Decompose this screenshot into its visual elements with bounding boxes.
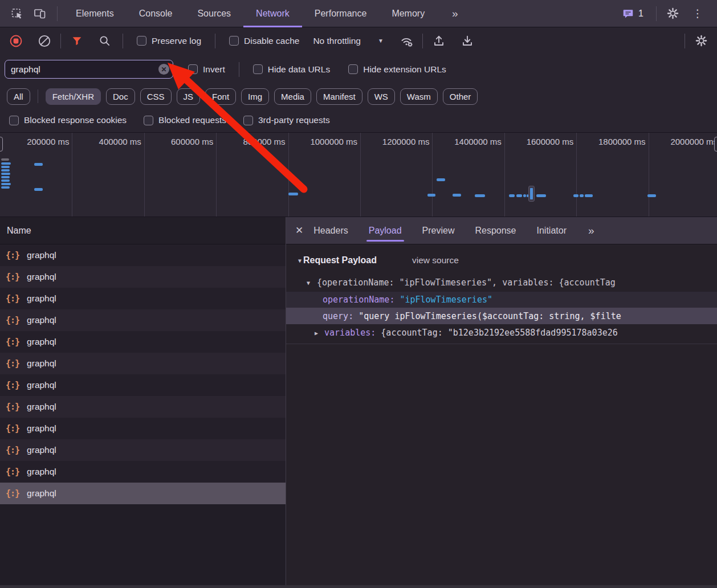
- tab-sources[interactable]: Sources: [185, 0, 243, 27]
- request-timing-bar[interactable]: [34, 188, 43, 191]
- third-party-requests-checkbox[interactable]: [243, 116, 253, 125]
- network-settings-gear-icon[interactable]: [691, 32, 711, 50]
- request-timing-bar[interactable]: [1, 158, 9, 161]
- request-row[interactable]: {:}graphql: [0, 396, 286, 418]
- issues-badge[interactable]: 1: [622, 7, 643, 20]
- hide-extension-urls-checkbox[interactable]: [348, 64, 358, 74]
- blocked-requests-checkbox[interactable]: [144, 116, 153, 125]
- import-har-icon[interactable]: [429, 32, 449, 50]
- chip-other[interactable]: Other: [443, 88, 478, 105]
- request-timing-bar[interactable]: [1, 173, 10, 175]
- tab-console[interactable]: Console: [127, 0, 185, 27]
- request-timing-bar[interactable]: [1, 183, 11, 185]
- network-overview-timeline[interactable]: 200000 ms400000 ms600000 ms800000 ms1000…: [0, 132, 717, 217]
- name-column-header[interactable]: Name: [0, 217, 286, 244]
- request-row[interactable]: {:}graphql: [0, 483, 286, 504]
- tab-network[interactable]: Network: [243, 0, 302, 27]
- chip-css[interactable]: CSS: [140, 88, 172, 105]
- overview-right-handle[interactable]: [714, 137, 717, 152]
- details-tab-response[interactable]: Response: [475, 217, 516, 244]
- payload-query-row-selected[interactable]: query: "query ipFlowTimeseries($accountT…: [286, 308, 717, 324]
- details-tab-headers[interactable]: Headers: [313, 217, 348, 244]
- network-conditions-icon[interactable]: [396, 32, 417, 50]
- request-row[interactable]: {:}graphql: [0, 353, 286, 374]
- chip-fetchxhr[interactable]: Fetch/XHR: [46, 88, 101, 105]
- details-tab-payload[interactable]: Payload: [369, 217, 402, 244]
- request-timing-bar[interactable]: [523, 194, 526, 197]
- bottom-scrollbar-track[interactable]: [0, 585, 717, 588]
- more-tabs-icon[interactable]: »: [437, 4, 471, 23]
- preserve-log-checkbox[interactable]: [137, 36, 146, 46]
- chip-doc[interactable]: Doc: [106, 88, 135, 105]
- close-details-icon[interactable]: ✕: [286, 224, 313, 236]
- request-timing-bar[interactable]: [580, 194, 584, 197]
- filter-funnel-icon[interactable]: [67, 32, 87, 50]
- kebab-menu-icon[interactable]: ⋮: [683, 4, 717, 23]
- details-more-tabs-icon[interactable]: »: [588, 224, 593, 237]
- request-row[interactable]: {:}graphql: [0, 331, 286, 353]
- hide-data-urls-checkbox[interactable]: [253, 64, 263, 74]
- clear-network-log-icon[interactable]: [34, 32, 55, 50]
- request-row[interactable]: {:}graphql: [0, 288, 286, 309]
- chip-img[interactable]: Img: [241, 88, 269, 105]
- request-timing-bar[interactable]: [1, 169, 10, 172]
- request-timing-bar[interactable]: [1, 179, 10, 182]
- request-row[interactable]: {:}graphql: [0, 309, 286, 331]
- request-timing-bar[interactable]: [516, 194, 522, 197]
- payload-root-node[interactable]: ▼ {operationName: "ipFlowTimeseries", va…: [286, 275, 717, 291]
- throttling-select[interactable]: No throttling ▼: [313, 36, 383, 46]
- chip-font[interactable]: Font: [205, 88, 236, 105]
- request-timing-bar[interactable]: [34, 163, 43, 166]
- export-har-icon[interactable]: [457, 32, 478, 50]
- chip-all[interactable]: All: [7, 88, 30, 105]
- request-row[interactable]: {:}graphql: [0, 244, 286, 266]
- details-tab-initiator[interactable]: Initiator: [537, 217, 567, 244]
- search-icon[interactable]: [94, 32, 115, 50]
- chip-ws[interactable]: WS: [368, 88, 395, 105]
- selected-request-marker[interactable]: [528, 186, 535, 202]
- request-timing-bar[interactable]: [427, 194, 435, 197]
- clear-filter-icon[interactable]: ✕: [158, 64, 169, 75]
- details-tab-preview[interactable]: Preview: [422, 217, 455, 244]
- request-timing-bar[interactable]: [475, 194, 485, 197]
- view-source-link[interactable]: view source: [412, 255, 459, 266]
- request-row[interactable]: {:}graphql: [0, 418, 286, 439]
- request-timing-bar[interactable]: [288, 193, 298, 195]
- request-timing-bar[interactable]: [1, 176, 10, 178]
- request-timing-bar[interactable]: [1, 166, 10, 168]
- filter-input[interactable]: [5, 60, 173, 79]
- settings-gear-icon[interactable]: [662, 4, 683, 23]
- request-timing-bar[interactable]: [1, 162, 11, 165]
- overview-left-handle[interactable]: [0, 137, 3, 152]
- request-timing-bar[interactable]: [509, 194, 515, 197]
- request-row[interactable]: {:}graphql: [0, 266, 286, 288]
- invert-checkbox[interactable]: [188, 64, 198, 74]
- request-timing-bar[interactable]: [1, 186, 10, 189]
- tab-performance[interactable]: Performance: [302, 0, 380, 27]
- expander-icon[interactable]: ▼: [307, 280, 310, 286]
- record-network-log-icon[interactable]: [6, 32, 26, 50]
- payload-operation-row[interactable]: operationName: "ipFlowTimeseries": [286, 292, 717, 308]
- tab-elements[interactable]: Elements: [63, 0, 127, 27]
- disable-cache-checkbox[interactable]: [229, 36, 239, 46]
- collapse-section-icon[interactable]: ▼: [298, 258, 302, 264]
- request-timing-bar[interactable]: [585, 194, 593, 197]
- inspect-element-icon[interactable]: [6, 4, 28, 23]
- chip-js[interactable]: JS: [177, 88, 201, 105]
- payload-variables-row[interactable]: ▶ variables: {accountTag: "b12e3b2192ee5…: [286, 324, 717, 344]
- request-timing-bar[interactable]: [573, 194, 579, 197]
- request-timing-bar[interactable]: [453, 194, 461, 197]
- request-row[interactable]: {:}graphql: [0, 374, 286, 396]
- tab-memory[interactable]: Memory: [379, 0, 437, 27]
- blocked-response-cookies-checkbox[interactable]: [9, 116, 19, 125]
- chip-manifest[interactable]: Manifest: [316, 88, 362, 105]
- request-timing-bar[interactable]: [437, 178, 445, 181]
- request-row[interactable]: {:}graphql: [0, 439, 286, 461]
- expander-icon[interactable]: ▶: [315, 330, 318, 336]
- request-timing-bar[interactable]: [536, 194, 546, 197]
- device-toolbar-icon[interactable]: [28, 4, 51, 23]
- chip-media[interactable]: Media: [274, 88, 311, 105]
- request-timing-bar[interactable]: [647, 194, 656, 197]
- chip-wasm[interactable]: Wasm: [400, 88, 438, 105]
- request-row[interactable]: {:}graphql: [0, 461, 286, 483]
